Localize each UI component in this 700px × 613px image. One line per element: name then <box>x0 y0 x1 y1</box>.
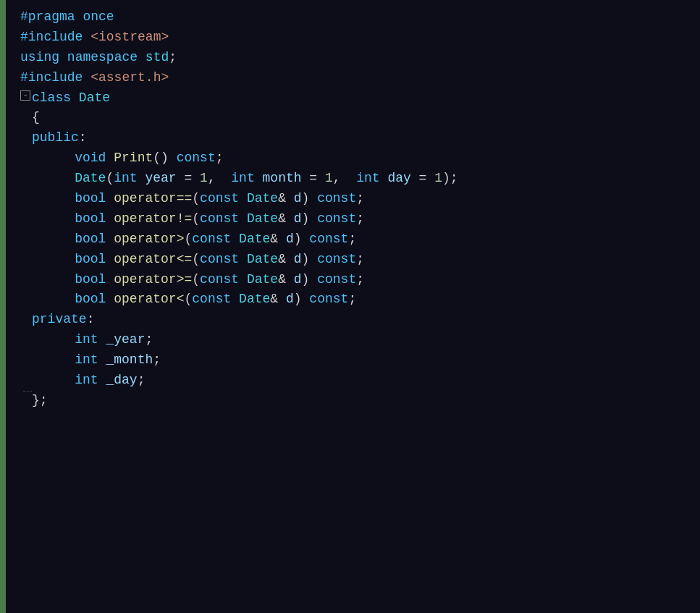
code-editor: #pragma once#include <iostream>using nam… <box>0 0 700 613</box>
line-op-eq: bool operator==(const Date& d) const; <box>20 189 700 209</box>
line-public: public: <box>20 128 700 148</box>
keyword-using: using <box>20 48 59 68</box>
line-op-gt: bool operator>(const Date& d) const; <box>20 229 700 250</box>
keyword-const1: const <box>177 148 216 169</box>
line-member-year: int _year; <box>20 330 700 350</box>
method-print: Print <box>114 148 153 169</box>
line-close-brace: }; <box>20 391 700 411</box>
preprocessor-pragma: #pragma once <box>20 7 114 28</box>
preprocessor-include2: #include <assert.h> <box>20 68 169 88</box>
keyword-public: public <box>32 128 79 148</box>
line-include1: #include <iostream> <box>20 28 700 48</box>
keyword-namespace: namespace <box>67 48 138 68</box>
line-member-day: int _day; <box>20 371 700 391</box>
line-print: void Print() const; <box>20 148 700 169</box>
left-status-bar <box>0 0 6 613</box>
constructor-date: Date <box>75 169 106 189</box>
std-name: std <box>146 48 169 68</box>
close-brace: }; <box>32 391 48 411</box>
collapse-icon[interactable]: - <box>20 90 30 101</box>
line-private: private: <box>20 310 700 330</box>
line-op-lt: bool operator<(const Date& d) const; <box>20 289 700 310</box>
line-member-month: int _month; <box>20 350 700 371</box>
line-pragma: #pragma once <box>20 7 700 28</box>
classname-date: Date <box>79 88 110 109</box>
keyword-class: class <box>32 88 71 109</box>
line-op-gte: bool operator>=(const Date& d) const; <box>20 270 700 290</box>
preprocessor-include1: #include <iostream> <box>20 28 169 48</box>
line-open-brace: { <box>20 108 700 128</box>
open-brace: { <box>32 108 40 128</box>
line-class-decl: -class Date <box>20 88 700 109</box>
keyword-private: private <box>32 310 87 330</box>
line-using: using namespace std; <box>20 48 700 68</box>
line-include2: #include <assert.h> <box>20 68 700 88</box>
code-content[interactable]: #pragma once#include <iostream>using nam… <box>6 0 700 613</box>
keyword-void: void <box>75 148 106 169</box>
line-constructor: Date(int year = 1, int month = 1, int da… <box>20 169 700 189</box>
line-op-neq: bool operator!=(const Date& d) const; <box>20 209 700 229</box>
line-op-lte: bool operator<=(const Date& d) const; <box>20 250 700 270</box>
